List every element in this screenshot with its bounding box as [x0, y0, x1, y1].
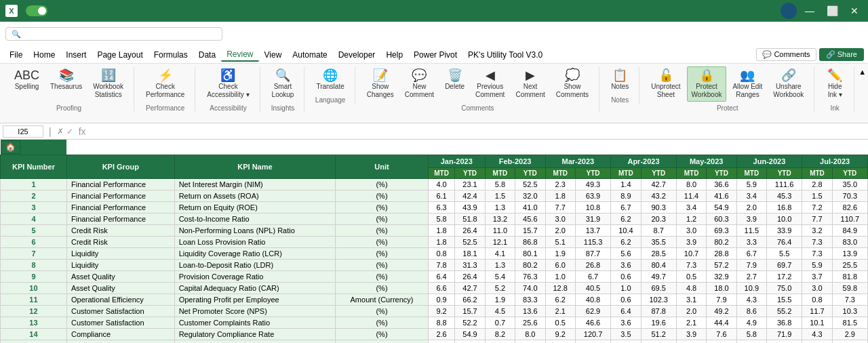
- kpi-number-cell[interactable]: 13: [1, 317, 67, 329]
- ytd-cell[interactable]: 54.9: [707, 202, 736, 214]
- kpi-group-cell[interactable]: Customer Satisfaction: [66, 317, 174, 329]
- ytd-cell[interactable]: 80.4: [641, 260, 676, 271]
- kpi-number-cell[interactable]: 10: [1, 283, 67, 294]
- ytd-cell[interactable]: 52.5: [455, 237, 485, 248]
- undo-button[interactable]: [61, 9, 69, 12]
- ytd-cell[interactable]: 9.6: [455, 340, 485, 344]
- mtd-cell[interactable]: 3.9: [736, 214, 766, 225]
- kpi-number-cell[interactable]: 9: [1, 271, 67, 283]
- ytd-cell[interactable]: 80.2: [515, 260, 545, 271]
- ytd-cell[interactable]: 13.7: [575, 225, 610, 237]
- mtd-cell[interactable]: 7.7: [545, 202, 575, 214]
- kpi-number-cell[interactable]: 6: [1, 237, 67, 248]
- mtd-cell[interactable]: 0.5: [676, 271, 706, 283]
- mtd-cell[interactable]: 11.5: [736, 225, 766, 237]
- comments-button[interactable]: 💬 Comments: [756, 48, 816, 61]
- ytd-cell[interactable]: 41.8: [575, 340, 610, 344]
- mtd-cell[interactable]: 1.8: [545, 190, 575, 202]
- menu-page-layout[interactable]: Page Layout: [92, 49, 148, 61]
- kpi-group-cell[interactable]: Financial Performance: [66, 190, 174, 202]
- mtd-cell[interactable]: 1.2: [676, 214, 706, 225]
- ytd-cell[interactable]: 84.9: [832, 225, 867, 237]
- kpi-name-cell[interactable]: Cost-to-Income Ratio: [174, 214, 336, 225]
- mtd-cell[interactable]: 1.0: [611, 283, 641, 294]
- ytd-cell[interactable]: 75.0: [767, 283, 802, 294]
- kpi-name-cell[interactable]: Liquidity Coverage Ratio (LCR): [174, 248, 336, 260]
- kpi-number-cell[interactable]: 12: [1, 306, 67, 317]
- mtd-cell[interactable]: 2.6: [428, 329, 455, 340]
- mtd-cell[interactable]: 0.8: [428, 248, 455, 260]
- mtd-cell[interactable]: 2.0: [736, 202, 766, 214]
- ytd-cell[interactable]: 102.3: [641, 294, 676, 306]
- ytd-cell[interactable]: 10.0: [767, 214, 802, 225]
- kpi-name-cell[interactable]: Net Promoter Score (NPS): [174, 306, 336, 317]
- ytd-cell[interactable]: 23.1: [455, 179, 485, 190]
- ytd-cell[interactable]: 32.0: [515, 190, 545, 202]
- ytd-cell[interactable]: 87.7: [575, 248, 610, 260]
- ytd-cell[interactable]: 82.6: [832, 202, 867, 214]
- ytd-cell[interactable]: 18.1: [455, 248, 485, 260]
- kpi-number-cell[interactable]: 7: [1, 248, 67, 260]
- unshare-workbook-button[interactable]: 🔗 UnshareWorkbook: [768, 66, 808, 102]
- menu-formulas[interactable]: Formulas: [149, 49, 193, 61]
- kpi-group-cell[interactable]: Asset Quality: [66, 271, 174, 283]
- mtd-cell[interactable]: 4.0: [428, 179, 455, 190]
- mtd-cell[interactable]: 1.8: [428, 225, 455, 237]
- mtd-cell[interactable]: 1.9: [545, 248, 575, 260]
- ytd-cell[interactable]: 15.7: [455, 306, 485, 317]
- menu-file[interactable]: File: [4, 49, 28, 61]
- mtd-cell[interactable]: 11.7: [802, 306, 832, 317]
- mtd-cell[interactable]: 7.3: [802, 248, 832, 260]
- mtd-cell[interactable]: 2.0: [676, 306, 706, 317]
- mtd-cell[interactable]: 0.5: [545, 317, 575, 329]
- delete-comment-button[interactable]: 🗑️ Delete: [440, 66, 469, 94]
- ytd-cell[interactable]: 25.5: [832, 260, 867, 271]
- menu-automate[interactable]: Automate: [287, 49, 332, 61]
- mtd-cell[interactable]: 0.7: [485, 317, 515, 329]
- ytd-cell[interactable]: 43.9: [455, 202, 485, 214]
- ytd-cell[interactable]: 49.3: [575, 179, 610, 190]
- kpi-name-cell[interactable]: Return on Assets (ROA): [174, 190, 336, 202]
- mtd-cell[interactable]: 6.7: [736, 248, 766, 260]
- ytd-cell[interactable]: 41.6: [707, 190, 736, 202]
- kpi-unit-cell[interactable]: (%): [336, 179, 429, 190]
- menu-developer[interactable]: Developer: [333, 49, 381, 61]
- ytd-cell[interactable]: 54.9: [455, 329, 485, 340]
- mtd-cell[interactable]: 5.6: [611, 248, 641, 260]
- ytd-cell[interactable]: 49.7: [641, 271, 676, 283]
- ytd-cell[interactable]: 16.8: [767, 202, 802, 214]
- ytd-cell[interactable]: 59.8: [832, 283, 867, 294]
- ytd-cell[interactable]: 35.5: [641, 237, 676, 248]
- mtd-cell[interactable]: 9.2: [428, 306, 455, 317]
- kpi-name-cell[interactable]: Net Interest Margin (NIM): [174, 179, 336, 190]
- ytd-cell[interactable]: 13.6: [515, 306, 545, 317]
- mtd-cell[interactable]: 7.7: [802, 214, 832, 225]
- mtd-cell[interactable]: 12.8: [545, 283, 575, 294]
- kpi-number-cell[interactable]: 3: [1, 202, 67, 214]
- thesaurus-button[interactable]: 📚 Thesaurus: [45, 66, 87, 94]
- mtd-cell[interactable]: 7.8: [428, 260, 455, 271]
- ytd-cell[interactable]: 7.9: [707, 294, 736, 306]
- mtd-cell[interactable]: 3.6: [611, 317, 641, 329]
- translate-button[interactable]: 🌐 Translate: [311, 66, 349, 94]
- kpi-group-cell[interactable]: Financial Performance: [66, 214, 174, 225]
- ytd-cell[interactable]: 28.5: [641, 248, 676, 260]
- mtd-cell[interactable]: 8.8: [428, 317, 455, 329]
- ytd-cell[interactable]: 74.0: [515, 283, 545, 294]
- ytd-cell[interactable]: 44.4: [707, 317, 736, 329]
- mtd-cell[interactable]: 1.5: [485, 190, 515, 202]
- workbook-statistics-button[interactable]: 🔢 WorkbookStatistics: [88, 66, 128, 102]
- mtd-cell[interactable]: 6.0: [545, 260, 575, 271]
- mtd-cell[interactable]: 1.2: [736, 340, 766, 344]
- ytd-cell[interactable]: 81.8: [832, 271, 867, 283]
- formula-cancel[interactable]: ✗: [57, 127, 64, 136]
- ytd-cell[interactable]: 62.9: [575, 306, 610, 317]
- kpi-unit-cell[interactable]: (%): [336, 329, 429, 340]
- mtd-cell[interactable]: 5.1: [545, 237, 575, 248]
- kpi-group-cell[interactable]: Liquidity: [66, 260, 174, 271]
- ytd-cell[interactable]: 51.8: [455, 214, 485, 225]
- ytd-cell[interactable]: 69.7: [767, 260, 802, 271]
- kpi-group-cell[interactable]: Liquidity: [66, 248, 174, 260]
- ytd-cell[interactable]: 15.7: [515, 225, 545, 237]
- check-performance-button[interactable]: ⚡ CheckPerformance: [141, 66, 189, 102]
